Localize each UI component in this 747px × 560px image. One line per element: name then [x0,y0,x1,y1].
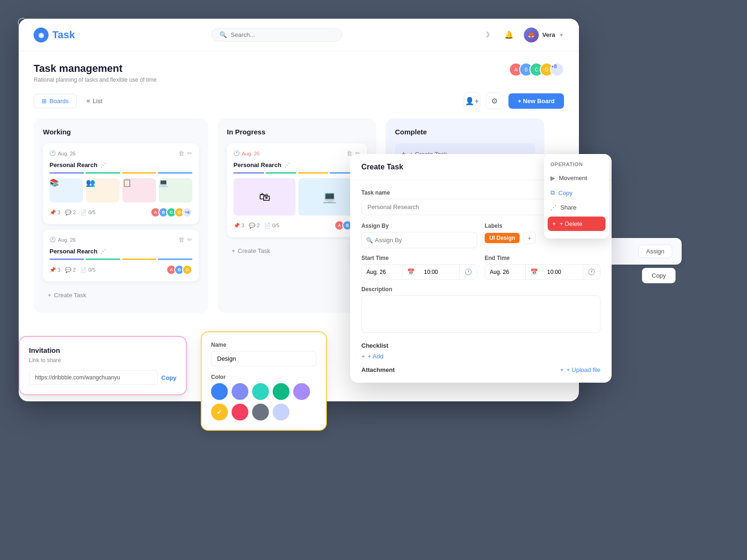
moon-icon[interactable]: ☽ [479,28,494,42]
delete-card-icon[interactable]: 🗑 [178,150,184,157]
delete-icon: + [552,220,556,227]
delete-button[interactable]: + + Delete [548,217,606,231]
plus-icon-upload: + [560,366,564,373]
task-stat-p: 📄0/5 [264,223,279,229]
start-date-input[interactable] [362,265,402,279]
assign-button[interactable]: Assign [638,245,672,258]
movement-icon: ▶ [550,175,555,182]
card-images: 📚 👥 📋 💻 [49,178,192,203]
pb-2 [85,259,120,260]
share-button[interactable]: ⋰ Share [544,200,609,215]
add-label-button[interactable]: + [523,232,536,244]
operation-panel-title: Operation [544,160,609,171]
color-dot-7[interactable] [252,404,269,420]
clock-icon-end[interactable]: 🕐 [583,265,600,279]
bell-icon[interactable]: 🔔 [501,28,516,42]
end-date-input[interactable] [485,265,525,279]
invitation-link-input[interactable] [29,370,158,385]
color-label: Color [211,374,317,380]
calendar-icon-end[interactable]: 📅 [525,265,543,279]
pbp-3 [298,172,329,174]
new-board-button[interactable]: + New Board [508,93,564,109]
color-dot-6[interactable] [232,404,248,420]
card-title-2: Personal Rearch ⋰ [49,248,192,255]
tab-list[interactable]: ≡ List [78,94,110,108]
ui-design-badge[interactable]: UI Design [485,233,520,243]
app-header: ◉ Task 🔍 ☽ 🔔 🦊 Vera ▼ [19,19,579,51]
movement-button[interactable]: ▶ Movement [544,171,609,185]
app-logo: ◉ Task [34,28,75,42]
end-time-input[interactable] [543,265,583,279]
color-dot-8[interactable] [273,404,289,420]
app-name: Task [52,29,75,41]
create-task-button-progress[interactable]: + Create Task [227,243,367,259]
calendar-icon-start[interactable]: 📅 [402,265,419,279]
color-dot-1[interactable] [232,383,248,400]
avatar-mini-group-2: A B D [166,265,192,275]
card-image-3: 📋 [122,178,156,203]
copy-button[interactable]: ⧉ Copy [544,185,609,200]
upload-label: + Upload file [566,366,600,373]
share-icon-2[interactable]: ⋰ [100,248,106,255]
assign-input[interactable] [361,232,477,248]
color-dot-4[interactable] [293,383,310,400]
upload-file-button[interactable]: + + Upload file [560,366,600,373]
invitation-panel: Invitation Link to share Copy [19,336,187,395]
card-footer-p: 📌3 💬2 📄0/5 A B C [233,220,360,231]
avatar-count: +8 [550,63,564,77]
color-dot-2[interactable] [252,383,269,400]
card-stats: 📌3 💬2 📄0/5 [49,210,96,216]
modal-title: Create Task [361,163,403,171]
card-footer-2: 📌3 💬2 📄0/5 A B D [49,265,192,275]
user-badge[interactable]: 🦊 Vera ▼ [524,28,564,42]
end-time-label: End Time [485,255,600,261]
add-member-button[interactable]: 👤+ [464,92,480,109]
delete-label: + Delete [560,220,583,227]
end-time-col: End Time 📅 🕐 [485,255,600,280]
mini-av-3: D [182,265,192,275]
assign-input-wrap: 🔍 [361,232,477,248]
color-dot-3[interactable] [273,383,289,400]
color-dot-0[interactable] [211,383,228,400]
add-checklist-button[interactable]: + + Add [361,353,383,360]
edit-card-icon-2[interactable]: ✏ [187,236,192,243]
card-images-p: 🛍 💻 [233,178,360,216]
plus-icon-p: + [232,247,235,254]
tab-boards-label: Boards [49,98,69,105]
search-input[interactable] [231,31,334,38]
avatar-group: A B C D +8 [509,63,564,77]
copy-icon: ⧉ [550,189,555,196]
color-dot-5[interactable] [211,404,228,420]
pb-4 [158,259,192,260]
share-label: Share [560,204,577,211]
progress-bars-p [233,172,360,174]
pbp-2 [266,172,296,174]
task-stat: 📄0/5 [80,210,95,216]
clock-icon-overdue: 🕐 [233,150,240,156]
attachment-group: Attachment + + Upload file [361,366,600,373]
share-icon-p[interactable]: ⋰ [284,162,290,168]
start-time-input[interactable] [419,265,459,279]
share-icon: ⋰ [550,204,557,211]
invitation-copy-button[interactable]: Copy [162,374,177,381]
description-group: Description [361,286,600,335]
chevron-down-icon: ▼ [559,32,564,38]
progress-bar-4 [158,172,192,174]
delete-card-icon-2[interactable]: 🗑 [178,236,184,243]
description-textarea[interactable] [361,295,600,333]
pb-1 [49,259,84,260]
search-bar[interactable]: 🔍 [211,28,342,42]
clock-icon-start[interactable]: 🕐 [459,265,477,279]
create-task-label: Create Task [54,292,86,299]
edit-card-icon[interactable]: ✏ [187,150,192,157]
pbp-1 [233,172,264,174]
create-task-button-working[interactable]: + Create Task [43,287,199,303]
tab-boards[interactable]: ⊞ Boards [34,94,77,108]
plus-icon: + [48,292,51,299]
card-image-4: 💻 [159,178,192,203]
card-title: Personal Rearch ⋰ [49,161,192,168]
share-icon[interactable]: ⋰ [100,162,106,168]
settings-button[interactable]: ⚙ [486,92,503,109]
copy-floating-button[interactable]: Copy [642,268,676,283]
name-input[interactable] [211,351,317,366]
